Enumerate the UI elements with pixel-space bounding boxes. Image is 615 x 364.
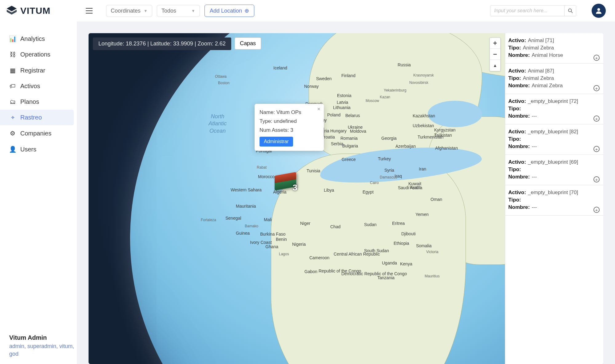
map-country-label: Djibouti bbox=[401, 231, 416, 236]
map-country-label: Yekaterinburg bbox=[384, 88, 407, 92]
sidebar-item-users[interactable]: 👤Users bbox=[0, 141, 74, 157]
map-country-label: Ethiopia bbox=[394, 241, 409, 246]
map-country-label: Somalia bbox=[416, 243, 432, 248]
popup-name: Name: Vitum OPs bbox=[260, 108, 319, 117]
asset-active-label: Activo: bbox=[508, 190, 526, 195]
map-country-label: Republic of the Congo bbox=[319, 268, 361, 273]
map-country-label: Poland bbox=[327, 112, 341, 117]
map-country-label: Oman bbox=[430, 197, 442, 202]
svg-marker-0 bbox=[7, 6, 17, 11]
map-country-label: Serbia bbox=[331, 141, 343, 146]
companies-icon: ⚙ bbox=[9, 130, 16, 137]
map-panel: IcelandIrelandNorwaySwedenDenmarkGermany… bbox=[89, 33, 603, 364]
map-country-label: Moldova bbox=[350, 129, 366, 134]
globe bbox=[130, 33, 505, 364]
asset-add-button[interactable]: + bbox=[593, 146, 600, 152]
add-location-button[interactable]: Add Location ⊕ bbox=[204, 5, 254, 17]
map-country-label: Uganda bbox=[382, 260, 397, 265]
sidebar-item-label: Activos bbox=[20, 83, 40, 90]
map-country-label: Hungary bbox=[330, 128, 347, 133]
sidebar-item-activos[interactable]: 🏷Activos bbox=[0, 78, 74, 94]
map-country-label: Bulgaria bbox=[342, 143, 358, 148]
search-button[interactable] bbox=[564, 6, 576, 16]
search-input[interactable] bbox=[490, 6, 564, 16]
map-country-label: Damascus bbox=[380, 175, 397, 179]
popup-close-button[interactable]: ✕ bbox=[317, 106, 321, 113]
sidebar: 📊Analytics⛓Operations▦Registrar🏷Activos🗂… bbox=[0, 22, 77, 364]
sidebar-item-analytics[interactable]: 📊Analytics bbox=[0, 31, 74, 47]
map-country-label: Yemen bbox=[415, 212, 429, 217]
map-country-label: Ivory Coast bbox=[250, 240, 272, 245]
zoom-in-button[interactable]: + bbox=[490, 38, 500, 49]
map-country-label: Lithuania bbox=[333, 105, 351, 110]
svg-point-4 bbox=[597, 8, 600, 11]
map-country-label: Finland bbox=[341, 73, 355, 78]
asset-card[interactable]: Activo:Animal [87]Tipo:Animal ZebraNombr… bbox=[505, 64, 603, 94]
sidebar-item-planos[interactable]: 🗂Planos bbox=[0, 94, 74, 110]
asset-name-label: Nombre: bbox=[508, 83, 530, 88]
map-country-label: Kenya bbox=[400, 261, 412, 266]
map-country-label: Ghana bbox=[265, 244, 278, 249]
popup-asset-count: Num Assets: 3 bbox=[260, 126, 319, 135]
asset-name-value: Animal Horse bbox=[532, 52, 563, 58]
popup-type: Type: undefined bbox=[260, 117, 319, 126]
track-icon: ⌖ bbox=[9, 114, 16, 121]
map-country-label: Turkey bbox=[378, 156, 391, 161]
map-country-label: Tunisia bbox=[307, 168, 320, 173]
map-cluster-marker[interactable]: 3 bbox=[275, 174, 299, 191]
brand-logo[interactable]: VITUM bbox=[6, 5, 77, 16]
asset-card[interactable]: Activo:_empty_blueprint [69]Tipo:Nombre:… bbox=[505, 155, 603, 185]
asset-card[interactable]: Activo:_empty_blueprint [70]Tipo:Nombre:… bbox=[505, 185, 603, 216]
map-country-label: Senegal bbox=[225, 216, 241, 221]
asset-active-label: Activo: bbox=[508, 37, 526, 43]
user-avatar[interactable] bbox=[592, 4, 606, 18]
asset-type-label: Tipo: bbox=[508, 197, 521, 203]
filter-dropdown[interactable]: Todos ▼ bbox=[157, 5, 200, 17]
reset-north-button[interactable]: ▲ bbox=[490, 60, 500, 71]
sidebar-item-companies[interactable]: ⚙Companies bbox=[0, 125, 74, 141]
map-country-label: Western Sahara bbox=[231, 187, 262, 192]
sidebar-item-label: Analytics bbox=[20, 35, 45, 42]
popup-manage-button[interactable]: Administrar bbox=[260, 137, 293, 147]
map-canvas[interactable]: IcelandIrelandNorwaySwedenDenmarkGermany… bbox=[89, 33, 505, 364]
sidebar-item-operations[interactable]: ⛓Operations bbox=[0, 47, 74, 62]
asset-name-label: Nombre: bbox=[508, 143, 530, 149]
map-country-label: Rabat bbox=[257, 165, 267, 170]
map-country-label: Victoria bbox=[426, 250, 438, 254]
asset-card[interactable]: Activo:_empty_blueprint [82]Tipo:Nombre:… bbox=[505, 124, 603, 155]
map-country-label: Egypt bbox=[363, 190, 374, 194]
map-country-label: Lagos bbox=[279, 252, 289, 256]
asset-add-button[interactable]: + bbox=[593, 207, 600, 213]
map-country-label: Estonia bbox=[337, 93, 351, 98]
asset-card[interactable]: Activo:Animal [71]Tipo:Animal ZebraNombr… bbox=[505, 33, 603, 64]
add-location-label: Add Location bbox=[210, 8, 242, 14]
sidebar-item-registrar[interactable]: ▦Registrar bbox=[0, 62, 74, 78]
asset-add-button[interactable]: + bbox=[593, 55, 600, 61]
asset-active-value: _empty_blueprint [70] bbox=[528, 190, 578, 195]
map-country-label: Guinea bbox=[236, 231, 250, 236]
map-country-label: Georgia bbox=[381, 136, 397, 141]
zoom-out-button[interactable]: − bbox=[490, 49, 500, 60]
layers-button[interactable]: Capas bbox=[235, 37, 261, 49]
map-country-label: Boston bbox=[218, 81, 229, 85]
sidebar-item-rastreo[interactable]: ⌖Rastreo bbox=[0, 110, 74, 125]
current-user-roles: admin, superadmin, vitum, god bbox=[9, 342, 77, 358]
asset-add-button[interactable]: + bbox=[593, 115, 600, 122]
asset-type-label: Tipo: bbox=[508, 166, 521, 172]
coordinates-dropdown[interactable]: Coordinates ▼ bbox=[106, 5, 152, 17]
asset-card[interactable]: Activo:_empty_blueprint [72]Tipo:Nombre:… bbox=[505, 94, 603, 124]
asset-active-value: Animal [71] bbox=[528, 37, 554, 43]
asset-add-button[interactable]: + bbox=[593, 85, 600, 91]
main-content: IcelandIrelandNorwaySwedenDenmarkGermany… bbox=[77, 22, 615, 364]
map-country-label: Kazakhstan bbox=[413, 113, 435, 118]
asset-add-button[interactable]: + bbox=[593, 176, 600, 182]
sidebar-item-label: Rastreo bbox=[20, 114, 42, 121]
sidebar-item-label: Registrar bbox=[20, 67, 45, 74]
asset-active-value: _empty_blueprint [69] bbox=[528, 159, 578, 165]
sidebar-toggle-button[interactable] bbox=[85, 6, 94, 15]
asset-name-value: --- bbox=[532, 143, 537, 149]
map-country-label: Burkina Faso bbox=[260, 232, 285, 237]
map-country-label: Nigeria bbox=[292, 242, 306, 247]
asset-name-label: Nombre: bbox=[508, 52, 530, 58]
sidebar-item-label: Planos bbox=[20, 98, 39, 105]
